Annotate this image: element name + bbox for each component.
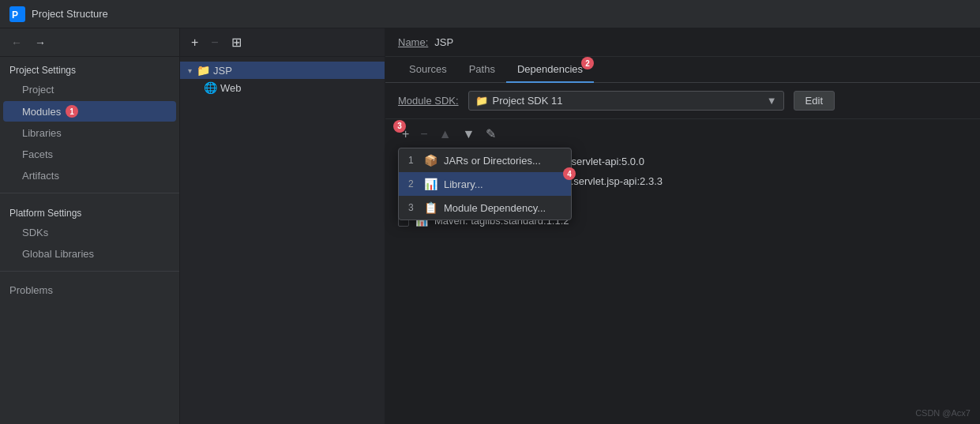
sidebar-item-artifacts[interactable]: Artifacts xyxy=(3,166,176,186)
jar-icon: 📦 xyxy=(424,154,437,167)
forward-button[interactable]: → xyxy=(32,35,49,51)
title-bar: P Project Structure xyxy=(0,0,980,28)
move-down-button[interactable]: ▼ xyxy=(459,125,479,144)
move-up-button[interactable]: ▲ xyxy=(435,125,456,144)
sdk-label: Module SDK: xyxy=(398,95,459,107)
sidebar-item-label-global-libraries: Global Libraries xyxy=(22,248,94,260)
tab-dependencies[interactable]: Dependencies 2 xyxy=(506,57,594,83)
tree-content: ▾ 📁 JSP 🌐 Web xyxy=(180,57,385,424)
sidebar-nav: ← → xyxy=(0,28,179,57)
remove-dependency-button[interactable]: − xyxy=(416,125,431,144)
tree-item-jsp[interactable]: ▾ 📁 JSP xyxy=(180,62,385,79)
tab-sources[interactable]: Sources xyxy=(398,57,458,83)
main-layout: ← → Project Settings Project Modules 1 L… xyxy=(0,28,980,424)
app-logo: P xyxy=(9,6,25,22)
sidebar: ← → Project Settings Project Modules 1 L… xyxy=(0,28,180,424)
library-icon: 📊 xyxy=(424,178,437,190)
tabs-row: Sources Paths Dependencies 2 xyxy=(385,57,980,83)
sdk-dropdown-arrow: ▼ xyxy=(767,95,777,107)
dropdown-num-2: 2 xyxy=(408,178,418,189)
dropdown-num-3: 3 xyxy=(408,202,418,213)
dropdown-item-jars[interactable]: 1 📦 JARs or Directories... xyxy=(399,148,571,172)
sidebar-item-label-modules: Modules xyxy=(22,106,61,118)
tree-item-web[interactable]: 🌐 Web xyxy=(180,79,385,96)
sidebar-item-label-facets: Facets xyxy=(22,148,53,160)
add-dependency-dropdown: 1 📦 JARs or Directories... 2 📊 Library..… xyxy=(398,148,572,220)
window-title: Project Structure xyxy=(32,8,108,20)
sidebar-item-label-project: Project xyxy=(22,84,54,96)
name-value: JSP xyxy=(434,36,453,48)
sdk-folder-icon: 📁 xyxy=(475,95,488,107)
dropdown-num-1: 1 xyxy=(408,155,418,166)
sidebar-item-label-libraries: Libraries xyxy=(22,127,62,139)
dropdown-item-module[interactable]: 3 📋 Module Dependency... xyxy=(399,196,571,220)
platform-settings-title: Platform Settings xyxy=(0,200,179,222)
sidebar-item-libraries[interactable]: Libraries xyxy=(3,123,176,143)
sidebar-item-project[interactable]: Project xyxy=(3,80,176,99)
tree-add-button[interactable]: + xyxy=(188,34,201,51)
sidebar-divider-2 xyxy=(0,271,179,272)
tab-paths[interactable]: Paths xyxy=(458,57,506,83)
library-badge: 4 xyxy=(563,167,576,180)
main-panel: Name: JSP Sources Paths Dependencies 2 M… xyxy=(385,28,980,424)
toolbar-badge: 3 xyxy=(393,120,406,133)
sidebar-item-facets[interactable]: Facets xyxy=(3,144,176,164)
sdk-value: Project SDK 11 xyxy=(493,95,563,107)
back-button[interactable]: ← xyxy=(8,35,25,51)
sidebar-item-label-artifacts: Artifacts xyxy=(22,170,59,182)
tree-arrow-icon: ▾ xyxy=(188,66,192,75)
sdk-row: Module SDK: 📁 Project SDK 11 ▼ Edit xyxy=(385,83,980,119)
edit-dep-button[interactable]: ✎ xyxy=(482,124,500,144)
sidebar-item-problems[interactable]: Problems xyxy=(0,278,179,302)
tree-copy-button[interactable]: ⊞ xyxy=(228,33,245,51)
dependencies-badge: 2 xyxy=(581,57,594,69)
sidebar-item-label-sdks: SDKs xyxy=(22,227,48,238)
watermark: CSDN @Acx7 xyxy=(915,408,971,418)
dropdown-label-jars: JARs or Directories... xyxy=(444,155,541,167)
sidebar-item-modules[interactable]: Modules 1 xyxy=(3,101,176,122)
name-row: Name: JSP xyxy=(385,28,980,57)
sidebar-item-sdks[interactable]: SDKs xyxy=(3,223,176,242)
tree-label-jsp: JSP xyxy=(213,65,232,77)
tree-panel: + − ⊞ ▾ 📁 JSP 🌐 Web xyxy=(180,28,385,424)
edit-button[interactable]: Edit xyxy=(794,91,835,111)
sidebar-item-global-libraries[interactable]: Global Libraries xyxy=(3,244,176,264)
tree-toolbar: + − ⊞ xyxy=(180,28,385,57)
name-label: Name: xyxy=(398,36,428,48)
modules-badge: 1 xyxy=(66,105,78,118)
dropdown-item-library[interactable]: 2 📊 Library... 4 xyxy=(399,172,571,196)
sdk-select[interactable]: 📁 Project SDK 11 ▼ xyxy=(468,91,784,111)
sidebar-divider xyxy=(0,193,179,193)
module-icon: 📋 xyxy=(424,201,437,214)
dep-toolbar: + 3 − ▲ ▼ ✎ 1 📦 JARs or Directories... 2… xyxy=(385,119,980,148)
folder-icon: 📁 xyxy=(197,64,210,77)
web-icon: 🌐 xyxy=(204,81,217,94)
dropdown-label-library: Library... xyxy=(444,178,483,190)
tree-remove-button[interactable]: − xyxy=(208,34,221,51)
svg-text:P: P xyxy=(12,9,18,21)
tree-label-web: Web xyxy=(220,82,242,94)
project-settings-title: Project Settings xyxy=(0,57,179,79)
dropdown-label-module: Module Dependency... xyxy=(444,202,546,214)
